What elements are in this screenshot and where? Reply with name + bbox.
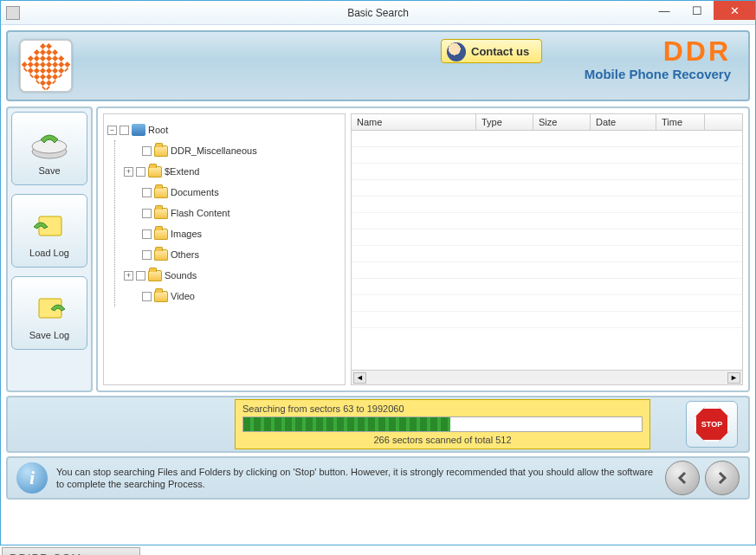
checkbox[interactable] [120,126,129,135]
checkbox[interactable] [142,188,152,197]
contact-us-label: Contact us [471,45,529,58]
scroll-left-icon[interactable]: ◄ [353,372,366,384]
hint-text: You can stop searching Files and Folders… [56,466,656,491]
folder-icon [154,291,168,302]
folder-icon [148,270,162,281]
col-name[interactable]: Name [352,114,476,130]
progress-line2: 266 sectors scanned of total 512 [242,435,643,445]
checkbox[interactable] [142,250,152,260]
folder-icon [154,145,168,157]
folder-icon [154,187,168,198]
folder-icon [154,249,168,261]
header-banner: Contact us DDR Mobile Phone Recovery [6,30,750,101]
save-log-label: Save Log [29,330,69,340]
save-log-button[interactable]: Save Log [11,276,87,350]
tree-item-label: Flash Content [171,208,229,218]
col-size[interactable]: Size [533,114,591,130]
tree-item-label: Others [171,249,199,260]
tree-children: DDR_Miscellaneous + $Extend Documents [114,140,341,307]
maximize-button[interactable]: ☐ [681,1,714,20]
progress-line1: Searching from sectors 63 to 1992060 [242,403,643,414]
brand-name: DDR [585,37,731,65]
brand-block: DDR Mobile Phone Recovery [585,37,731,81]
horizontal-scrollbar[interactable]: ◄ ► [352,370,742,384]
tree-item[interactable]: Images [124,223,341,244]
folder-icon [148,166,162,177]
checkbox[interactable] [142,229,152,239]
folder-icon [154,229,168,240]
nav-buttons [665,461,740,495]
body-area: Save Load Log Save Log − [1,106,755,392]
load-log-button[interactable]: Load Log [11,194,87,268]
prev-button[interactable] [665,461,700,495]
tree-item[interactable]: DDR_Miscellaneous [124,140,341,161]
checkbox[interactable] [136,167,145,177]
progress-fill [243,417,450,431]
col-date[interactable]: Date [591,114,656,130]
col-type[interactable]: Type [476,114,533,130]
tree-item[interactable]: Video [124,286,341,307]
folder-tree[interactable]: − Root DDR_Miscellaneous + [103,113,346,385]
footer-link[interactable]: DDIPR.COM [2,547,140,555]
progress-panel: Searching from sectors 63 to 1992060 266… [6,396,750,453]
scroll-right-icon[interactable]: ► [727,372,740,384]
tree-item[interactable]: + Sounds [124,265,341,286]
checkbox[interactable] [142,292,152,301]
file-grid: Name Type Size Date Time ◄ ► [351,113,743,385]
progress-bar [242,416,643,432]
folder-icon [154,208,168,219]
tree-root-label: Root [148,125,168,135]
stop-button[interactable]: STOP [686,401,738,448]
logo-icon [20,40,71,91]
save-log-icon [27,287,72,328]
tree-item[interactable]: + $Extend [124,161,341,182]
save-label: Save [38,165,60,176]
tree-item-label: Documents [171,187,219,197]
svg-point-1 [32,139,67,153]
hint-panel: i You can stop searching Files and Folde… [6,456,750,500]
app-logo [20,40,72,92]
contact-us-button[interactable]: Contact us [441,39,542,63]
tree-item[interactable]: Flash Content [124,203,341,223]
window-buttons: — ☐ ✕ [648,1,755,20]
tree-item-label: DDR_Miscellaneous [171,145,257,156]
tree-item-label: Sounds [165,270,197,281]
info-icon: i [16,462,48,494]
grid-header: Name Type Size Date Time [352,114,742,131]
expand-icon[interactable]: + [124,167,133,177]
tree-item[interactable]: Documents [124,182,341,203]
load-log-label: Load Log [29,248,69,258]
chevron-left-icon [675,471,689,485]
tree-item[interactable]: Others [124,244,341,265]
tree-item-label: $Extend [165,166,199,177]
save-button[interactable]: Save [11,112,87,185]
close-button[interactable]: ✕ [714,1,755,20]
col-time[interactable]: Time [656,114,705,130]
minimize-button[interactable]: — [648,1,681,20]
tree-item-label: Video [171,291,195,301]
titlebar: Basic Search — ☐ ✕ [1,1,755,25]
checkbox[interactable] [142,146,152,156]
grid-body[interactable] [352,131,742,370]
sidebar: Save Load Log Save Log [6,106,93,392]
app-window: Basic Search — ☐ ✕ Contact us DDR Mobile… [0,0,756,545]
window-title: Basic Search [347,7,409,19]
chevron-right-icon [715,471,729,485]
stop-label: STOP [701,420,722,429]
checkbox[interactable] [142,209,152,218]
checkbox[interactable] [136,271,145,281]
load-log-icon [27,204,72,246]
save-icon [27,122,72,164]
progress-box: Searching from sectors 63 to 1992060 266… [235,399,650,449]
collapse-icon[interactable]: − [107,126,117,135]
tree-root[interactable]: − Root [107,119,341,140]
app-icon [6,6,20,20]
stop-icon: STOP [695,407,729,442]
expand-icon[interactable]: + [124,271,133,281]
drive-icon [132,124,145,136]
next-button[interactable] [705,461,740,495]
main-panel: − Root DDR_Miscellaneous + [96,106,750,392]
brand-subtitle: Mobile Phone Recovery [585,67,731,81]
tree-item-label: Images [171,229,202,239]
